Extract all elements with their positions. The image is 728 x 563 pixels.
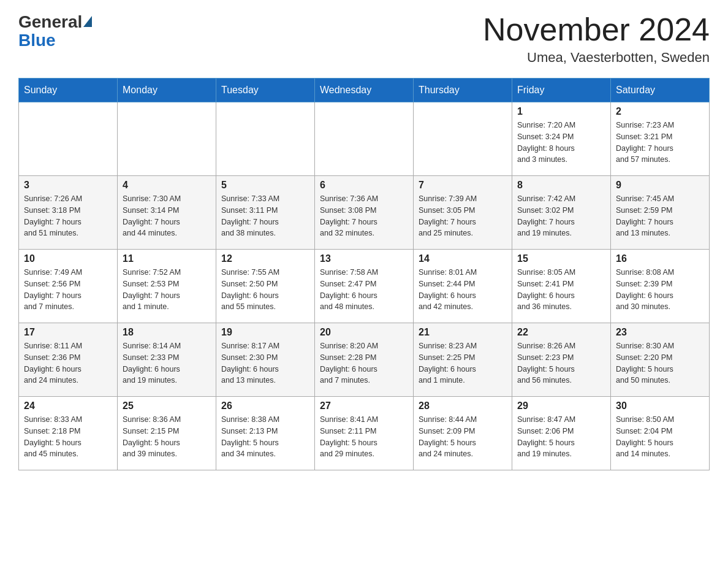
calendar-cell: 6Sunrise: 7:36 AMSunset: 3:08 PMDaylight… [315,176,414,250]
calendar-cell: 27Sunrise: 8:41 AMSunset: 2:11 PMDayligh… [315,397,414,470]
day-info: Sunrise: 8:26 AMSunset: 2:23 PMDaylight:… [517,340,605,386]
day-number: 29 [517,400,605,412]
day-number: 1 [517,106,605,117]
calendar-cell [19,102,118,176]
calendar-cell: 22Sunrise: 8:26 AMSunset: 2:23 PMDayligh… [512,323,611,397]
title-area: November 2024 Umea, Vaesterbotten, Swede… [483,12,710,66]
calendar-week-5: 24Sunrise: 8:33 AMSunset: 2:18 PMDayligh… [19,397,710,470]
calendar-cell: 12Sunrise: 7:55 AMSunset: 2:50 PMDayligh… [216,250,315,323]
calendar-cell: 4Sunrise: 7:30 AMSunset: 3:14 PMDaylight… [118,176,216,250]
day-number: 13 [320,253,408,264]
calendar-cell: 3Sunrise: 7:26 AMSunset: 3:18 PMDaylight… [19,176,118,250]
col-header-wednesday: Wednesday [315,79,414,102]
calendar-cell: 18Sunrise: 8:14 AMSunset: 2:33 PMDayligh… [118,323,216,397]
logo-general-text: General [18,12,82,32]
day-number: 23 [616,327,704,338]
logo-arrow-icon [83,16,92,27]
day-number: 8 [517,180,605,191]
day-info: Sunrise: 7:39 AMSunset: 3:05 PMDaylight:… [419,193,507,239]
day-info: Sunrise: 7:42 AMSunset: 3:02 PMDaylight:… [517,193,605,239]
day-info: Sunrise: 8:23 AMSunset: 2:25 PMDaylight:… [419,340,507,386]
calendar-cell: 20Sunrise: 8:20 AMSunset: 2:28 PMDayligh… [315,323,414,397]
day-number: 5 [221,180,309,191]
day-number: 9 [616,180,704,191]
calendar-cell [414,102,512,176]
calendar-cell: 5Sunrise: 7:33 AMSunset: 3:11 PMDaylight… [216,176,315,250]
day-info: Sunrise: 8:30 AMSunset: 2:20 PMDaylight:… [616,340,704,386]
day-number: 3 [24,180,112,191]
day-info: Sunrise: 7:36 AMSunset: 3:08 PMDaylight:… [320,193,408,239]
day-number: 22 [517,327,605,338]
calendar-cell: 28Sunrise: 8:44 AMSunset: 2:09 PMDayligh… [414,397,512,470]
day-info: Sunrise: 8:36 AMSunset: 2:15 PMDaylight:… [123,414,211,460]
day-info: Sunrise: 8:14 AMSunset: 2:33 PMDaylight:… [123,340,211,386]
day-number: 15 [517,253,605,264]
day-info: Sunrise: 8:38 AMSunset: 2:13 PMDaylight:… [221,414,309,460]
day-number: 12 [221,253,309,264]
col-header-thursday: Thursday [414,79,512,102]
calendar-header-row: SundayMondayTuesdayWednesdayThursdayFrid… [19,79,710,102]
calendar-cell: 1Sunrise: 7:20 AMSunset: 3:24 PMDaylight… [512,102,611,176]
day-number: 11 [123,253,211,264]
logo: General Blue [18,12,92,50]
day-number: 14 [419,253,507,264]
day-info: Sunrise: 8:50 AMSunset: 2:04 PMDaylight:… [616,414,704,460]
calendar-cell: 9Sunrise: 7:45 AMSunset: 2:59 PMDaylight… [611,176,710,250]
calendar-cell: 16Sunrise: 8:08 AMSunset: 2:39 PMDayligh… [611,250,710,323]
calendar-cell [216,102,315,176]
page-header: General Blue November 2024 Umea, Vaester… [18,12,710,66]
day-number: 30 [616,400,704,412]
calendar-week-2: 3Sunrise: 7:26 AMSunset: 3:18 PMDaylight… [19,176,710,250]
calendar-week-3: 10Sunrise: 7:49 AMSunset: 2:56 PMDayligh… [19,250,710,323]
day-info: Sunrise: 7:45 AMSunset: 2:59 PMDaylight:… [616,193,704,239]
day-number: 24 [24,400,112,412]
calendar-cell: 15Sunrise: 8:05 AMSunset: 2:41 PMDayligh… [512,250,611,323]
day-info: Sunrise: 7:26 AMSunset: 3:18 PMDaylight:… [24,193,112,239]
calendar-cell: 29Sunrise: 8:47 AMSunset: 2:06 PMDayligh… [512,397,611,470]
day-number: 28 [419,400,507,412]
day-number: 20 [320,327,408,338]
day-number: 19 [221,327,309,338]
day-number: 18 [123,327,211,338]
day-number: 21 [419,327,507,338]
day-info: Sunrise: 8:47 AMSunset: 2:06 PMDaylight:… [517,414,605,460]
calendar-cell: 2Sunrise: 7:23 AMSunset: 3:21 PMDaylight… [611,102,710,176]
col-header-friday: Friday [512,79,611,102]
day-info: Sunrise: 7:33 AMSunset: 3:11 PMDaylight:… [221,193,309,239]
day-number: 25 [123,400,211,412]
calendar-cell: 11Sunrise: 7:52 AMSunset: 2:53 PMDayligh… [118,250,216,323]
calendar-cell: 10Sunrise: 7:49 AMSunset: 2:56 PMDayligh… [19,250,118,323]
day-info: Sunrise: 7:20 AMSunset: 3:24 PMDaylight:… [517,120,605,166]
calendar-cell: 13Sunrise: 7:58 AMSunset: 2:47 PMDayligh… [315,250,414,323]
day-number: 10 [24,253,112,264]
day-info: Sunrise: 7:30 AMSunset: 3:14 PMDaylight:… [123,193,211,239]
day-info: Sunrise: 8:44 AMSunset: 2:09 PMDaylight:… [419,414,507,460]
logo-blue-text: Blue [18,31,56,50]
day-number: 27 [320,400,408,412]
calendar-week-4: 17Sunrise: 8:11 AMSunset: 2:36 PMDayligh… [19,323,710,397]
calendar-cell [118,102,216,176]
col-header-monday: Monday [118,79,216,102]
calendar-cell: 21Sunrise: 8:23 AMSunset: 2:25 PMDayligh… [414,323,512,397]
calendar-cell: 17Sunrise: 8:11 AMSunset: 2:36 PMDayligh… [19,323,118,397]
day-info: Sunrise: 8:20 AMSunset: 2:28 PMDaylight:… [320,340,408,386]
day-number: 6 [320,180,408,191]
day-number: 4 [123,180,211,191]
calendar-cell: 25Sunrise: 8:36 AMSunset: 2:15 PMDayligh… [118,397,216,470]
day-info: Sunrise: 8:41 AMSunset: 2:11 PMDaylight:… [320,414,408,460]
calendar-cell [315,102,414,176]
day-info: Sunrise: 8:11 AMSunset: 2:36 PMDaylight:… [24,340,112,386]
day-info: Sunrise: 7:52 AMSunset: 2:53 PMDaylight:… [123,267,211,313]
col-header-tuesday: Tuesday [216,79,315,102]
calendar-cell: 7Sunrise: 7:39 AMSunset: 3:05 PMDaylight… [414,176,512,250]
day-number: 26 [221,400,309,412]
col-header-sunday: Sunday [19,79,118,102]
calendar-cell: 23Sunrise: 8:30 AMSunset: 2:20 PMDayligh… [611,323,710,397]
calendar-table: SundayMondayTuesdayWednesdayThursdayFrid… [18,78,710,470]
col-header-saturday: Saturday [611,79,710,102]
day-number: 7 [419,180,507,191]
day-number: 17 [24,327,112,338]
day-info: Sunrise: 7:58 AMSunset: 2:47 PMDaylight:… [320,267,408,313]
day-info: Sunrise: 8:17 AMSunset: 2:30 PMDaylight:… [221,340,309,386]
calendar-cell: 30Sunrise: 8:50 AMSunset: 2:04 PMDayligh… [611,397,710,470]
